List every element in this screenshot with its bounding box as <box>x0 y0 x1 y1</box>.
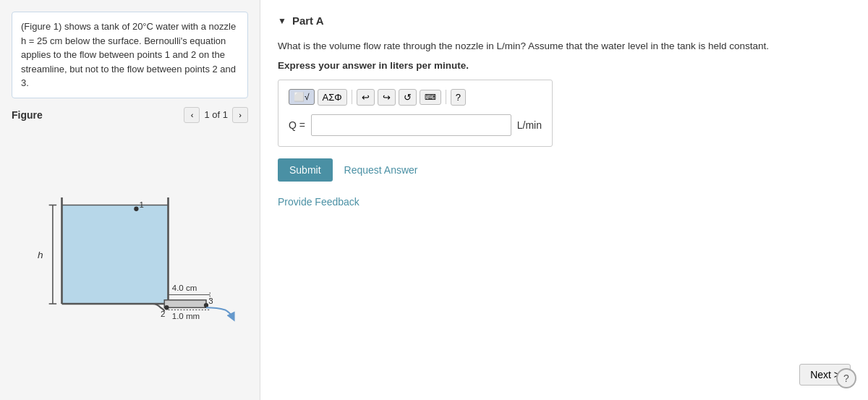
q-label: Q = <box>289 119 305 131</box>
svg-text:3: 3 <box>208 297 213 305</box>
undo-icon: ↩ <box>362 92 370 103</box>
svg-text:h: h <box>37 250 43 260</box>
toolbar-separator-1 <box>352 90 352 104</box>
help-icon: ? <box>456 92 461 103</box>
figure-image: 1 h 2 3 <box>12 129 248 389</box>
figure-page: 1 of 1 <box>204 109 228 120</box>
redo-icon: ↪ <box>383 92 391 103</box>
prev-figure-button[interactable]: ‹ <box>184 107 200 123</box>
left-panel: (Figure 1) shows a tank of 20°C water wi… <box>0 0 260 400</box>
fraction-icon: ⬜√ <box>294 92 310 102</box>
part-label: Part A <box>292 14 324 27</box>
symbol-button[interactable]: ΑΣΦ <box>318 89 347 106</box>
input-row: Q = L/min <box>286 111 545 139</box>
math-toolbar: ⬜√ ΑΣΦ ↩ ↪ ↺ ⌨ ? <box>286 88 545 107</box>
request-answer-link[interactable]: Request Answer <box>344 164 418 176</box>
toolbar-separator-2 <box>446 90 446 104</box>
collapse-arrow-icon[interactable]: ▼ <box>278 16 286 26</box>
part-a-header: ▼ Part A <box>278 14 851 27</box>
bottom-area: Next > <box>278 208 851 386</box>
fraction-button[interactable]: ⬜√ <box>289 89 315 105</box>
figure-title: Figure <box>12 109 184 121</box>
redo-button[interactable]: ↪ <box>378 89 396 106</box>
unit-label: L/min <box>517 119 542 131</box>
help-circle-icon[interactable]: ? <box>836 368 856 388</box>
tank-svg: 1 h 2 3 <box>22 182 239 334</box>
refresh-icon: ↺ <box>404 92 412 103</box>
answer-input[interactable] <box>311 114 511 136</box>
refresh-button[interactable]: ↺ <box>399 89 417 106</box>
button-row: Submit Request Answer <box>278 158 851 182</box>
figure-section: Figure ‹ 1 of 1 › 1 <box>12 107 248 389</box>
figure-nav: ‹ 1 of 1 › <box>184 107 248 123</box>
svg-text:2: 2 <box>161 310 165 318</box>
svg-rect-13 <box>164 300 206 308</box>
figure-header: Figure ‹ 1 of 1 › <box>12 107 248 123</box>
problem-text-content: (Figure 1) shows a tank of 20°C water wi… <box>21 21 236 88</box>
right-panel: ▼ Part A What is the volume flow rate th… <box>260 0 868 400</box>
svg-text:1.0 mm: 1.0 mm <box>171 312 199 320</box>
next-figure-button[interactable]: › <box>232 107 248 123</box>
answer-box: ⬜√ ΑΣΦ ↩ ↪ ↺ ⌨ ? Q = <box>278 80 553 147</box>
svg-text:4.0 cm: 4.0 cm <box>171 284 197 292</box>
question-text: What is the volume flow rate through the… <box>278 38 851 54</box>
keyboard-button[interactable]: ⌨ <box>420 90 441 105</box>
symbol-icon: ΑΣΦ <box>323 92 342 103</box>
svg-text:1: 1 <box>139 200 143 209</box>
provide-feedback-link[interactable]: Provide Feedback <box>278 196 851 208</box>
answer-instruction: Express your answer in liters per minute… <box>278 60 851 71</box>
problem-description: (Figure 1) shows a tank of 20°C water wi… <box>12 12 248 98</box>
svg-rect-0 <box>61 205 168 305</box>
svg-point-5 <box>134 207 138 211</box>
keyboard-icon: ⌨ <box>425 93 436 102</box>
help-toolbar-button[interactable]: ? <box>451 89 466 106</box>
undo-button[interactable]: ↩ <box>357 89 375 106</box>
submit-button[interactable]: Submit <box>278 158 333 182</box>
